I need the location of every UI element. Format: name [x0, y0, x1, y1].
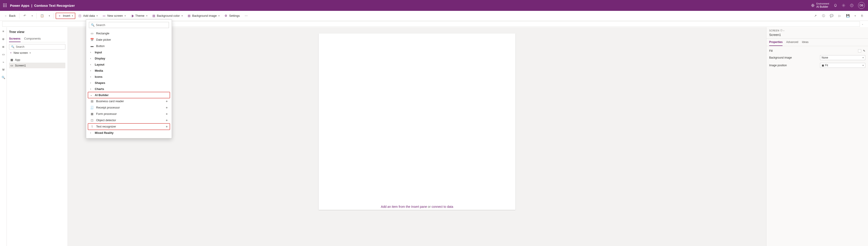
prop-selected-name: Screen1	[769, 33, 865, 37]
new-screen-label: New screen	[107, 14, 123, 18]
canvas[interactable]: Add an item from the Insert pane or conn…	[319, 33, 516, 210]
command-bar: ← Back ↶ ▾ 📋 ▾ ＋ Insert ▾ ◫ Add data ▾ ▭…	[0, 11, 868, 21]
info-icon[interactable]: ⓘ	[780, 29, 783, 32]
insert-cat-input[interactable]: ›Input	[88, 49, 170, 55]
save-button[interactable]: 💾	[844, 13, 851, 19]
expand-panel-icon[interactable]: ›	[783, 29, 784, 32]
chevron-down-icon: ▾	[32, 15, 33, 17]
save-split[interactable]: ▾	[852, 13, 858, 18]
user-avatar[interactable]: DB	[858, 2, 865, 9]
insert-cat-display[interactable]: ›Display	[88, 55, 170, 61]
expand-formula-icon[interactable]: ⌄	[862, 23, 864, 25]
rail-tools-icon[interactable]: ⚒	[1, 67, 6, 72]
insert-cat-ai-builder[interactable]: ⌄AI Builder	[88, 92, 170, 98]
settings-gear-icon[interactable]	[842, 4, 845, 7]
prop-tab-properties[interactable]: Properties	[769, 39, 782, 46]
tree-item-app[interactable]: ▦ App	[9, 57, 65, 63]
canvas-hint: Add an item from the Insert pane or conn…	[319, 205, 516, 209]
form-icon: ▦	[90, 112, 94, 116]
insert-item-text-recognizer[interactable]: ⌇Text recognizer◈	[88, 123, 170, 130]
rail-search-icon[interactable]: 🔍	[1, 75, 6, 80]
rail-advanced-icon[interactable]: ⌁	[1, 60, 6, 64]
help-icon[interactable]: ?	[850, 4, 854, 7]
chevron-down-icon: ▾	[855, 15, 856, 17]
paste-split[interactable]: ▾	[46, 13, 52, 18]
comments-button[interactable]: 💬	[828, 13, 835, 19]
insert-item-button[interactable]: ▬Button	[88, 43, 170, 49]
insert-item-rectangle[interactable]: ▭Rectangle	[88, 30, 170, 37]
paste-button[interactable]: 📋	[38, 13, 46, 19]
theme-button[interactable]: ◑ Theme ▾	[128, 13, 149, 19]
insert-item-form-processor[interactable]: ▦Form processor◈	[88, 111, 170, 117]
insert-search[interactable]: 🔍 Search	[89, 22, 169, 28]
prop-bgimage-select[interactable]: None ▾	[820, 55, 865, 60]
prop-bgimage-label: Background image	[769, 56, 792, 59]
undo-button[interactable]: ↶	[21, 13, 29, 19]
rail-tree-icon[interactable]: ≡	[1, 29, 6, 33]
svg-point-1	[843, 5, 844, 6]
bg-image-button[interactable]: ▧ Background image ▾	[185, 13, 221, 19]
bg-color-button[interactable]: ▨ Background color ▾	[150, 13, 185, 19]
play-icon: ▷	[838, 14, 841, 18]
premium-icon: ◈	[166, 100, 167, 103]
data-icon: ◫	[78, 14, 82, 18]
tree-item-screen1[interactable]: ▭ Screen1	[9, 63, 65, 68]
insert-cat-layout[interactable]: ›Layout	[88, 61, 170, 68]
insert-item-object-detector[interactable]: ◫Object detector◈	[88, 117, 170, 123]
tab-components[interactable]: Components	[24, 35, 41, 42]
fill-color-swatch[interactable]	[858, 49, 861, 53]
check-button[interactable]: ⓘ	[820, 13, 827, 19]
app-icon: ▦	[10, 58, 13, 61]
undo-split[interactable]: ▾	[29, 13, 35, 18]
settings-button[interactable]: ⚙ Settings	[222, 13, 242, 19]
theme-icon: ◑	[130, 14, 134, 18]
tree-search[interactable]: 🔍 Search	[9, 44, 65, 50]
connect-to-data-link[interactable]: connect to data	[432, 205, 453, 209]
prop-tab-ideas[interactable]: Ideas	[802, 39, 808, 46]
insert-cat-charts[interactable]: ›Charts	[88, 86, 170, 92]
insert-cat-media[interactable]: ›Media	[88, 68, 170, 74]
share-icon: ↗	[813, 14, 817, 18]
insert-cat-shapes[interactable]: ›Shapes	[88, 80, 170, 86]
preview-button[interactable]: ▷	[836, 13, 843, 19]
prop-imgpos-label: Image position	[769, 64, 787, 67]
new-screen-icon: ▭	[102, 14, 106, 18]
environment-icon	[811, 4, 815, 7]
notifications-icon[interactable]	[834, 4, 837, 7]
insert-button[interactable]: ＋ Insert ▾	[56, 13, 75, 19]
insert-cat-icons[interactable]: ›Icons	[88, 74, 170, 80]
new-screen-button[interactable]: ▭ New screen ▾	[100, 13, 128, 19]
rail-media-icon[interactable]: ▭	[1, 52, 6, 57]
insert-cat-mixed-reality[interactable]: ›Mixed Reality	[88, 130, 170, 136]
bg-color-label: Background color	[157, 14, 180, 18]
chevron-down-icon: ▾	[72, 15, 73, 17]
overflow-button[interactable]: ⋯	[243, 13, 250, 19]
premium-icon: ◈	[166, 125, 167, 128]
insert-item-receipt[interactable]: 🧾Receipt processor◈	[88, 104, 170, 111]
insert-label: Insert	[63, 14, 70, 18]
publish-button[interactable]: ⎘	[859, 13, 866, 19]
app-launcher-icon[interactable]	[3, 4, 7, 7]
fill-edit-icon[interactable]: ✎	[863, 49, 865, 53]
tab-screens[interactable]: Screens	[9, 35, 21, 42]
chevron-right-icon: ›	[90, 51, 93, 54]
add-data-label: Add data	[83, 14, 95, 18]
tree-item-screen1-label: Screen1	[15, 64, 26, 67]
environment-picker[interactable]: Environment AI Builder	[811, 2, 829, 8]
detect-icon: ◫	[90, 119, 94, 122]
rail-insert-icon[interactable]: ⊕	[1, 37, 6, 41]
tree-new-screen[interactable]: ＋ New screen ▾	[9, 50, 65, 56]
prop-tab-advanced[interactable]: Advanced	[786, 39, 798, 46]
insert-item-business-card[interactable]: ▤Business card reader◈	[88, 98, 170, 104]
add-data-button[interactable]: ◫ Add data ▾	[76, 13, 99, 19]
plus-icon: ＋	[9, 51, 12, 55]
rail-data-icon[interactable]: ≣	[1, 44, 6, 49]
insert-item-date-picker[interactable]: 📅Date picker	[88, 37, 170, 43]
prop-imgpos-select[interactable]: ▣Fit ▾	[820, 63, 865, 68]
back-button[interactable]: ← Back	[2, 13, 18, 19]
share-button[interactable]: ↗	[812, 13, 819, 19]
image-icon: ▧	[187, 14, 191, 18]
more-icon: ⋯	[244, 14, 248, 18]
chevron-right-icon: ›	[90, 63, 93, 66]
gear-icon: ⚙	[224, 14, 228, 18]
